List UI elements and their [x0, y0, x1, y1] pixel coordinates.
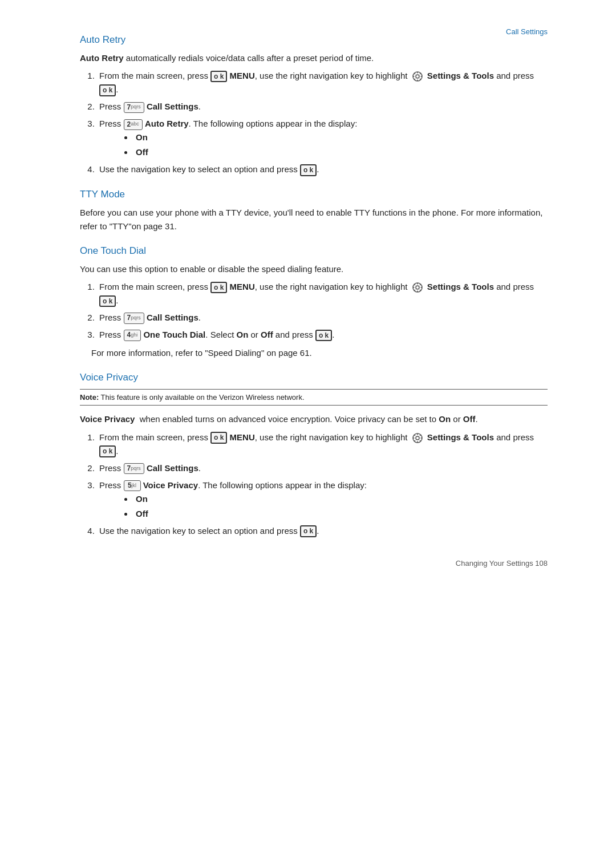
otd-note-after: For more information, refer to "Speed Di…: [91, 346, 548, 359]
section-voice-privacy: Voice Privacy Note: This feature is only…: [80, 372, 548, 537]
section-title-one-touch-dial: One Touch Dial: [80, 245, 548, 257]
auto-retry-step-3: Press 2abc Auto Retry. The following opt…: [97, 117, 548, 159]
ok-key-4: o k: [210, 282, 227, 293]
one-touch-dial-steps: From the main screen, press o k MENU, us…: [97, 280, 548, 342]
ok-key-6: o k: [315, 330, 332, 341]
one-touch-dial-intro: You can use this option to enable or dis…: [80, 262, 548, 275]
gear-icon-1: [411, 70, 424, 83]
ok-key-2: o k: [99, 84, 116, 96]
svg-line-9: [414, 79, 415, 80]
section-title-auto-retry: Auto Retry: [80, 34, 548, 46]
option-off-1: Off: [133, 145, 548, 159]
svg-line-18: [420, 284, 421, 285]
ok-key-5: o k: [99, 295, 116, 307]
key-4: 4ghi: [124, 330, 141, 341]
svg-line-26: [414, 435, 415, 436]
ok-key-3: o k: [300, 164, 317, 176]
svg-line-29: [414, 440, 415, 441]
voice-privacy-note: Note: This feature is only available on …: [80, 389, 548, 406]
vp-step-2: Press 7pqrs Call Settings.: [97, 461, 548, 475]
auto-retry-intro: Auto Retry automatically redials voice/d…: [80, 51, 548, 64]
svg-line-28: [420, 435, 421, 436]
svg-line-27: [420, 440, 421, 441]
key-2: 2abc: [124, 119, 143, 131]
ok-key-9: o k: [300, 525, 317, 537]
page: Call Settings Auto Retry Auto Retry auto…: [0, 0, 616, 596]
svg-line-6: [414, 73, 415, 74]
svg-point-1: [416, 75, 419, 78]
auto-retry-step-2: Press 7pqrs Call Settings.: [97, 100, 548, 114]
voice-privacy-steps: From the main screen, press o k MENU, us…: [97, 431, 548, 538]
svg-line-7: [420, 79, 421, 80]
otd-step-2: Press 7pqrs Call Settings.: [97, 311, 548, 325]
svg-point-11: [416, 286, 419, 289]
gear-icon-3: [411, 432, 424, 444]
auto-retry-options: On Off: [133, 131, 548, 159]
page-header: Call Settings: [506, 27, 548, 36]
key-7-3: 7pqrs: [124, 463, 144, 475]
vp-step-3: Press 5jkl Voice Privacy. The following …: [97, 479, 548, 521]
key-7-2: 7pqrs: [124, 313, 144, 324]
voice-privacy-options: On Off: [133, 492, 548, 521]
svg-line-16: [414, 284, 415, 285]
auto-retry-steps: From the main screen, press o k MENU, us…: [97, 69, 548, 176]
tty-mode-body: Before you can use your phone with a TTY…: [80, 206, 548, 233]
section-tty-mode: TTY Mode Before you can use your phone w…: [80, 189, 548, 233]
svg-line-19: [414, 290, 415, 291]
section-title-tty-mode: TTY Mode: [80, 189, 548, 200]
option-on-2: On: [133, 492, 548, 506]
vp-step-1: From the main screen, press o k MENU, us…: [97, 431, 548, 458]
otd-step-1: From the main screen, press o k MENU, us…: [97, 280, 548, 307]
ok-key-8: o k: [99, 445, 116, 457]
section-one-touch-dial: One Touch Dial You can use this option t…: [80, 245, 548, 360]
option-on-1: On: [133, 131, 548, 144]
page-footer: Changing Your Settings 108: [456, 559, 548, 568]
auto-retry-step-4: Use the navigation key to select an opti…: [97, 163, 548, 176]
gear-icon-2: [411, 281, 424, 294]
voice-privacy-intro: Voice Privacy when enabled turns on adva…: [80, 412, 548, 426]
ok-key-7: o k: [210, 432, 227, 443]
option-off-2: Off: [133, 507, 548, 521]
auto-retry-step-1: From the main screen, press o k MENU, us…: [97, 69, 548, 96]
svg-point-21: [416, 436, 419, 440]
ok-key-1: o k: [210, 71, 227, 82]
svg-line-17: [420, 290, 421, 291]
key-7-1: 7pqrs: [124, 102, 144, 114]
section-auto-retry: Auto Retry Auto Retry automatically redi…: [80, 34, 548, 176]
vp-step-4: Use the navigation key to select an opti…: [97, 524, 548, 538]
otd-step-3: Press 4ghi One Touch Dial. Select On or …: [97, 328, 548, 342]
key-5: 5jkl: [124, 480, 141, 492]
svg-line-8: [420, 73, 421, 74]
section-title-voice-privacy: Voice Privacy: [80, 372, 548, 383]
